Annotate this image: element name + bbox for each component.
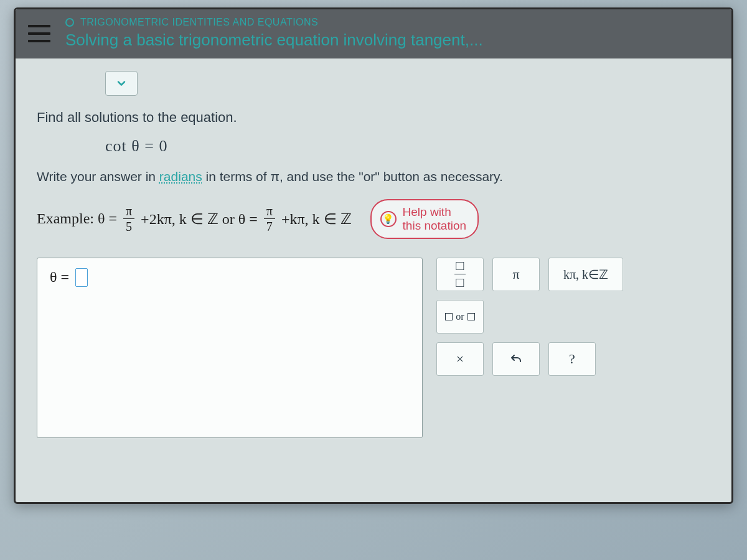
example-tail-1: +2kπ, k ∈ ℤ or θ = xyxy=(141,210,258,228)
answer-line: θ = xyxy=(50,268,410,287)
category-label: TRIGONOMETRIC IDENTITIES AND EQUATIONS xyxy=(80,17,318,28)
help-text: Help with this notation xyxy=(403,205,466,233)
breadcrumb: TRIGONOMETRIC IDENTITIES AND EQUATIONS xyxy=(65,17,483,28)
work-zone: θ = □ □ π kπ, k∈ℤ xyxy=(37,258,710,438)
or-button[interactable]: or xyxy=(436,300,484,334)
fraction-button[interactable]: □ □ xyxy=(436,258,484,291)
circle-icon xyxy=(65,18,74,27)
example-label: Example: θ = xyxy=(37,210,117,227)
topic-title: Solving a basic trigonometric equation i… xyxy=(65,30,483,50)
close-icon: × xyxy=(456,351,464,367)
clear-button[interactable]: × xyxy=(436,342,484,376)
or-quoted: "or" xyxy=(359,169,380,184)
instruction-mid: in terms of π, and use the xyxy=(202,169,359,184)
top-bar: TRIGONOMETRIC IDENTITIES AND EQUATIONS S… xyxy=(16,9,731,58)
chevron-down-icon xyxy=(115,77,128,90)
title-block: TRIGONOMETRIC IDENTITIES AND EQUATIONS S… xyxy=(65,17,483,50)
theta-equals: θ = xyxy=(50,269,69,286)
content-area: Find all solutions to the equation. cot … xyxy=(16,58,731,502)
answer-area[interactable]: θ = xyxy=(37,258,423,438)
instruction-pre: Write your answer in xyxy=(37,169,159,184)
undo-button[interactable] xyxy=(492,342,540,376)
example-expression: Example: θ = π 5 +2kπ, k ∈ ℤ or θ = π 7 … xyxy=(37,205,352,233)
kpi-button[interactable]: kπ, k∈ℤ xyxy=(548,258,623,291)
input-palette: □ □ π kπ, k∈ℤ or × xyxy=(436,258,623,376)
example-tail-2: +kπ, k ∈ ℤ xyxy=(281,210,352,228)
help-notation-button[interactable]: 💡 Help with this notation xyxy=(370,199,479,239)
answer-input-slot[interactable] xyxy=(75,268,88,287)
example-frac-2: π 7 xyxy=(264,205,275,233)
radians-link[interactable]: radians xyxy=(159,169,202,184)
box-icon xyxy=(467,313,475,320)
pi-button[interactable]: π xyxy=(492,258,540,291)
equation: cot θ = 0 xyxy=(105,137,710,156)
example-row: Example: θ = π 5 +2kπ, k ∈ ℤ or θ = π 7 … xyxy=(37,199,710,239)
lightbulb-icon: 💡 xyxy=(380,211,397,227)
help-button[interactable]: ? xyxy=(548,342,596,376)
example-frac-1: π 5 xyxy=(123,205,134,233)
menu-icon[interactable] xyxy=(28,25,50,42)
prompt-text: Find all solutions to the equation. xyxy=(37,110,710,126)
instruction-post: button as necessary. xyxy=(380,169,503,184)
expand-button[interactable] xyxy=(105,71,138,96)
question-icon: ? xyxy=(569,351,575,367)
app-window: TRIGONOMETRIC IDENTITIES AND EQUATIONS S… xyxy=(14,7,733,504)
fraction-icon: □ □ xyxy=(454,259,465,289)
instruction: Write your answer in radians in terms of… xyxy=(37,169,710,184)
undo-icon xyxy=(509,352,524,366)
box-icon xyxy=(445,313,453,320)
